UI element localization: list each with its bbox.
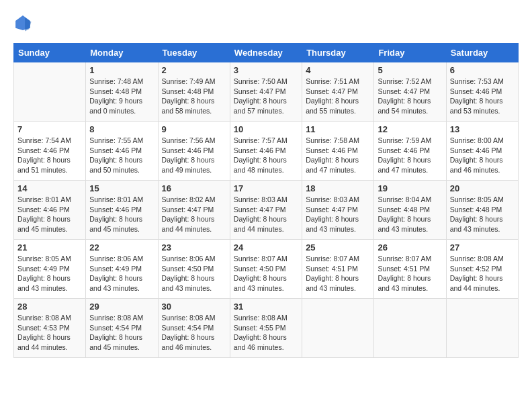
column-header-friday: Friday: [374, 44, 446, 62]
calendar-cell: 24Sunrise: 8:07 AMSunset: 4:50 PMDayligh…: [230, 240, 302, 299]
calendar-cell: [14, 62, 86, 122]
day-info: Sunrise: 8:05 AMSunset: 4:48 PMDaylight:…: [450, 195, 515, 234]
day-number: 30: [162, 302, 226, 312]
calendar-header-row: SundayMondayTuesdayWednesdayThursdayFrid…: [14, 44, 519, 62]
calendar-cell: [302, 299, 374, 358]
day-number: 8: [89, 124, 154, 134]
calendar-cell: 19Sunrise: 8:04 AMSunset: 4:48 PMDayligh…: [374, 181, 446, 240]
calendar-cell: 23Sunrise: 8:06 AMSunset: 4:50 PMDayligh…: [158, 240, 230, 299]
day-info: Sunrise: 8:08 AMSunset: 4:55 PMDaylight:…: [234, 313, 298, 353]
day-number: 4: [306, 65, 370, 75]
day-number: 29: [89, 302, 154, 312]
calendar-cell: 10Sunrise: 7:57 AMSunset: 4:46 PMDayligh…: [230, 122, 302, 181]
day-number: 14: [17, 183, 82, 193]
calendar-cell: 27Sunrise: 8:08 AMSunset: 4:52 PMDayligh…: [446, 240, 518, 299]
day-info: Sunrise: 8:03 AMSunset: 4:47 PMDaylight:…: [306, 195, 370, 234]
day-number: 6: [450, 65, 515, 75]
day-info: Sunrise: 8:06 AMSunset: 4:50 PMDaylight:…: [162, 254, 226, 293]
day-number: 15: [89, 183, 154, 193]
page-header: [13, 13, 519, 32]
day-number: 5: [378, 65, 442, 75]
calendar-cell: [374, 299, 446, 358]
day-info: Sunrise: 8:05 AMSunset: 4:49 PMDaylight:…: [17, 254, 82, 293]
day-number: 18: [306, 183, 370, 193]
day-number: 16: [162, 183, 226, 193]
day-info: Sunrise: 7:51 AMSunset: 4:47 PMDaylight:…: [306, 77, 370, 116]
calendar-week-2: 7Sunrise: 7:54 AMSunset: 4:46 PMDaylight…: [14, 122, 519, 181]
day-info: Sunrise: 7:48 AMSunset: 4:48 PMDaylight:…: [89, 77, 154, 116]
calendar-week-3: 14Sunrise: 8:01 AMSunset: 4:46 PMDayligh…: [14, 181, 519, 240]
calendar-cell: 22Sunrise: 8:06 AMSunset: 4:49 PMDayligh…: [86, 240, 158, 299]
calendar-cell: 7Sunrise: 7:54 AMSunset: 4:46 PMDaylight…: [14, 122, 86, 181]
calendar-cell: 25Sunrise: 8:07 AMSunset: 4:51 PMDayligh…: [302, 240, 374, 299]
column-header-tuesday: Tuesday: [158, 44, 230, 62]
day-info: Sunrise: 8:08 AMSunset: 4:53 PMDaylight:…: [17, 313, 82, 353]
day-number: 3: [234, 65, 298, 75]
day-info: Sunrise: 8:00 AMSunset: 4:46 PMDaylight:…: [450, 136, 515, 175]
column-header-thursday: Thursday: [302, 44, 374, 62]
calendar-cell: 2Sunrise: 7:49 AMSunset: 4:48 PMDaylight…: [158, 62, 230, 122]
day-info: Sunrise: 8:06 AMSunset: 4:49 PMDaylight:…: [89, 254, 154, 293]
day-number: 9: [162, 124, 226, 134]
day-number: 28: [17, 302, 82, 312]
day-number: 1: [89, 65, 154, 75]
calendar-cell: 4Sunrise: 7:51 AMSunset: 4:47 PMDaylight…: [302, 62, 374, 122]
calendar-cell: 12Sunrise: 7:59 AMSunset: 4:46 PMDayligh…: [374, 122, 446, 181]
calendar-cell: 6Sunrise: 7:53 AMSunset: 4:46 PMDaylight…: [446, 62, 518, 122]
day-info: Sunrise: 8:03 AMSunset: 4:47 PMDaylight:…: [234, 195, 298, 234]
day-info: Sunrise: 8:01 AMSunset: 4:46 PMDaylight:…: [89, 195, 154, 234]
day-info: Sunrise: 8:07 AMSunset: 4:51 PMDaylight:…: [306, 254, 370, 293]
calendar-cell: 5Sunrise: 7:52 AMSunset: 4:47 PMDaylight…: [374, 62, 446, 122]
day-info: Sunrise: 7:56 AMSunset: 4:46 PMDaylight:…: [162, 136, 226, 175]
calendar-cell: 8Sunrise: 7:55 AMSunset: 4:46 PMDaylight…: [86, 122, 158, 181]
calendar-cell: 26Sunrise: 8:07 AMSunset: 4:51 PMDayligh…: [374, 240, 446, 299]
day-number: 23: [162, 242, 226, 253]
calendar-table: SundayMondayTuesdayWednesdayThursdayFrid…: [13, 43, 519, 358]
day-number: 19: [378, 183, 442, 193]
day-info: Sunrise: 8:07 AMSunset: 4:50 PMDaylight:…: [234, 254, 298, 293]
column-header-sunday: Sunday: [14, 44, 86, 62]
day-number: 12: [378, 124, 442, 134]
logo-icon: [13, 13, 32, 32]
day-number: 11: [306, 124, 370, 134]
day-number: 17: [234, 183, 298, 193]
day-info: Sunrise: 8:04 AMSunset: 4:48 PMDaylight:…: [378, 195, 442, 234]
day-number: 13: [450, 124, 515, 134]
column-header-monday: Monday: [86, 44, 158, 62]
day-info: Sunrise: 8:07 AMSunset: 4:51 PMDaylight:…: [378, 254, 442, 293]
logo: [13, 13, 35, 32]
calendar-cell: 16Sunrise: 8:02 AMSunset: 4:47 PMDayligh…: [158, 181, 230, 240]
day-info: Sunrise: 7:59 AMSunset: 4:46 PMDaylight:…: [378, 136, 442, 175]
day-number: 7: [17, 124, 82, 134]
calendar-cell: 30Sunrise: 8:08 AMSunset: 4:54 PMDayligh…: [158, 299, 230, 358]
calendar-cell: 28Sunrise: 8:08 AMSunset: 4:53 PMDayligh…: [14, 299, 86, 358]
calendar-cell: 9Sunrise: 7:56 AMSunset: 4:46 PMDaylight…: [158, 122, 230, 181]
day-info: Sunrise: 7:49 AMSunset: 4:48 PMDaylight:…: [162, 77, 226, 116]
calendar-cell: 15Sunrise: 8:01 AMSunset: 4:46 PMDayligh…: [86, 181, 158, 240]
day-number: 10: [234, 124, 298, 134]
day-info: Sunrise: 7:52 AMSunset: 4:47 PMDaylight:…: [378, 77, 442, 116]
calendar-cell: 3Sunrise: 7:50 AMSunset: 4:47 PMDaylight…: [230, 62, 302, 122]
calendar-week-1: 1Sunrise: 7:48 AMSunset: 4:48 PMDaylight…: [14, 62, 519, 122]
day-number: 31: [234, 302, 298, 312]
day-info: Sunrise: 7:55 AMSunset: 4:46 PMDaylight:…: [89, 136, 154, 175]
calendar-cell: 1Sunrise: 7:48 AMSunset: 4:48 PMDaylight…: [86, 62, 158, 122]
day-info: Sunrise: 8:01 AMSunset: 4:46 PMDaylight:…: [17, 195, 82, 234]
calendar-cell: 17Sunrise: 8:03 AMSunset: 4:47 PMDayligh…: [230, 181, 302, 240]
day-number: 24: [234, 242, 298, 253]
day-number: 21: [17, 242, 82, 253]
day-number: 20: [450, 183, 515, 193]
day-info: Sunrise: 8:08 AMSunset: 4:52 PMDaylight:…: [450, 254, 515, 293]
day-info: Sunrise: 7:54 AMSunset: 4:46 PMDaylight:…: [17, 136, 82, 175]
calendar-cell: 20Sunrise: 8:05 AMSunset: 4:48 PMDayligh…: [446, 181, 518, 240]
calendar-cell: [446, 299, 518, 358]
calendar-cell: 29Sunrise: 8:08 AMSunset: 4:54 PMDayligh…: [86, 299, 158, 358]
calendar-week-4: 21Sunrise: 8:05 AMSunset: 4:49 PMDayligh…: [14, 240, 519, 299]
day-number: 27: [450, 242, 515, 253]
day-info: Sunrise: 7:58 AMSunset: 4:46 PMDaylight:…: [306, 136, 370, 175]
calendar-cell: 13Sunrise: 8:00 AMSunset: 4:46 PMDayligh…: [446, 122, 518, 181]
day-info: Sunrise: 8:08 AMSunset: 4:54 PMDaylight:…: [162, 313, 226, 353]
day-info: Sunrise: 8:08 AMSunset: 4:54 PMDaylight:…: [89, 313, 154, 353]
column-header-wednesday: Wednesday: [230, 44, 302, 62]
day-number: 22: [89, 242, 154, 253]
